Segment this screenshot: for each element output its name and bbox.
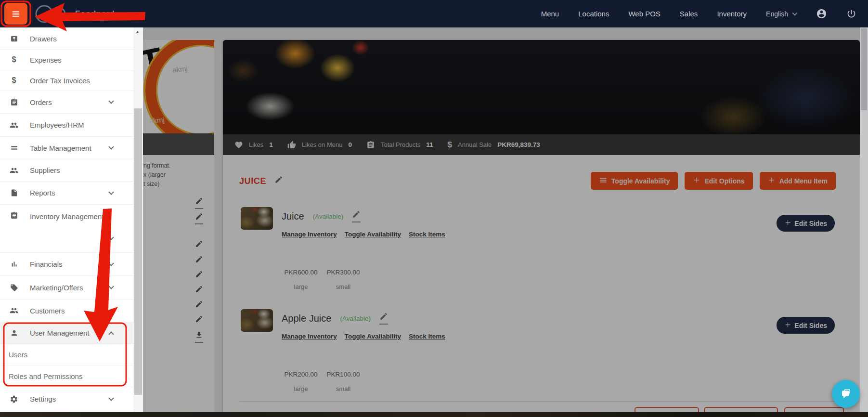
brand-name: Foodnerd (75, 9, 115, 19)
brand-logo-mark (34, 3, 68, 25)
sidebar-item-label: Suppliers (30, 166, 60, 174)
bottom-photo-strip (0, 412, 868, 417)
nav-inventory[interactable]: Inventory (717, 10, 747, 18)
sidebar-item-label: Financials (30, 260, 63, 268)
chevron-down-icon (108, 284, 114, 289)
clipboard-icon (8, 211, 20, 220)
hamburger-menu-button[interactable] (4, 3, 27, 25)
sidebar-item-expenses[interactable]: $ Expenses (0, 50, 133, 70)
menu-lines-icon (8, 144, 20, 152)
sidebar-item-users[interactable]: Users (0, 344, 133, 365)
gear-icon (8, 395, 20, 404)
sidebar-item-label: Orders (30, 98, 52, 106)
sidebar-item-label: Roles and Permissions (9, 372, 82, 380)
sidebar-item-customers[interactable]: Customers (0, 300, 133, 322)
nav-sales[interactable]: Sales (680, 10, 698, 18)
nav-web-pos[interactable]: Web POS (628, 10, 660, 18)
sidebar-item-label: Order Tax Invoices (30, 77, 90, 85)
chevron-down-icon (108, 189, 114, 195)
dollar-icon: $ (8, 76, 20, 85)
sidebar-item-employees-hrm[interactable]: Employees/HRM (0, 114, 133, 137)
account-button[interactable] (816, 8, 827, 19)
tag-icon (8, 284, 20, 292)
sidebar-item-roles-and-permissions[interactable]: Roles and Permissions (0, 365, 133, 387)
sidebar-item-suppliers[interactable]: Suppliers (0, 159, 133, 182)
sidebar-item-label: Employees/HRM (30, 121, 84, 129)
app-root: T akmj akmj ng format. x (larger t size)… (0, 0, 868, 417)
page-scrollbar-thumb[interactable] (861, 28, 867, 110)
sidebar-item-label: Customers (30, 307, 65, 315)
brand-logo[interactable]: Foodnerd (34, 0, 115, 27)
chevron-down-icon (108, 261, 114, 266)
sidebar-item-financials[interactable]: Financials (0, 253, 133, 276)
sidebar-item-orders[interactable]: Orders (0, 91, 133, 114)
sidebar-item-inventory-management[interactable]: Inventory Management (0, 205, 133, 253)
chat-widget-button[interactable] (832, 380, 860, 408)
file-icon (8, 189, 20, 197)
chevron-down-icon (108, 144, 114, 149)
chevron-down-icon (108, 98, 114, 104)
nav-menu[interactable]: Menu (541, 10, 559, 18)
nav-locations[interactable]: Locations (578, 10, 609, 18)
sidebar-item-label: Expenses (30, 56, 62, 64)
sidebar-item-label: Reports (30, 189, 55, 197)
dollar-icon: $ (8, 55, 20, 64)
logout-power-button[interactable] (846, 9, 856, 19)
person-icon (8, 329, 20, 337)
sidebar-scrollbar[interactable] (133, 27, 143, 417)
top-navigation-bar: Foodnerd Menu Locations Web POS Sales In… (0, 0, 868, 27)
top-nav-links: Menu Locations Web POS Sales Inventory E… (541, 0, 856, 27)
people-icon (8, 166, 20, 175)
sidebar-item-label: Drawers (30, 35, 57, 43)
sidebar-scrollbar-thumb[interactable] (134, 108, 142, 395)
sidebar-item-label: Users (9, 351, 27, 359)
chevron-down-icon (108, 235, 114, 240)
sidebar-item-label: Table Management (30, 144, 91, 152)
chevron-up-icon (108, 331, 114, 337)
sidebar-item-label: Inventory Management (30, 212, 104, 221)
page-scrollbar[interactable] (860, 27, 868, 417)
clipboard-icon (8, 98, 20, 106)
hamburger-icon (11, 9, 21, 19)
bar-chart-icon (8, 260, 20, 268)
language-label: English (766, 10, 788, 18)
chat-bubble-icon (838, 386, 854, 402)
sidebar-item-user-management[interactable]: User Management (0, 322, 133, 344)
people-icon (8, 306, 20, 315)
sidebar-item-label: Marketing/Offers (30, 284, 83, 292)
sidebar-item-label: User Management (30, 329, 89, 337)
sidebar-item-order-tax-invoices[interactable]: $ Order Tax Invoices (0, 70, 133, 91)
sidebar-item-marketing-offers[interactable]: Marketing/Offers (0, 276, 133, 300)
modal-dim-overlay[interactable] (143, 27, 868, 417)
sidebar-item-drawers[interactable]: Drawers (0, 28, 133, 50)
sidebar-menu: Drawers $ Expenses $ Order Tax Invoices … (0, 27, 133, 417)
sidebar-item-label: Settings (30, 395, 56, 403)
chevron-down-icon (792, 10, 797, 15)
drawer-icon (8, 35, 20, 43)
sidebar-item-settings[interactable]: Settings (0, 387, 133, 411)
sidebar-item-reports[interactable]: Reports (0, 182, 133, 205)
chevron-down-icon (108, 395, 114, 401)
people-icon (8, 121, 20, 130)
sidebar-item-table-management[interactable]: Table Management (0, 137, 133, 159)
language-selector[interactable]: English (766, 10, 797, 18)
